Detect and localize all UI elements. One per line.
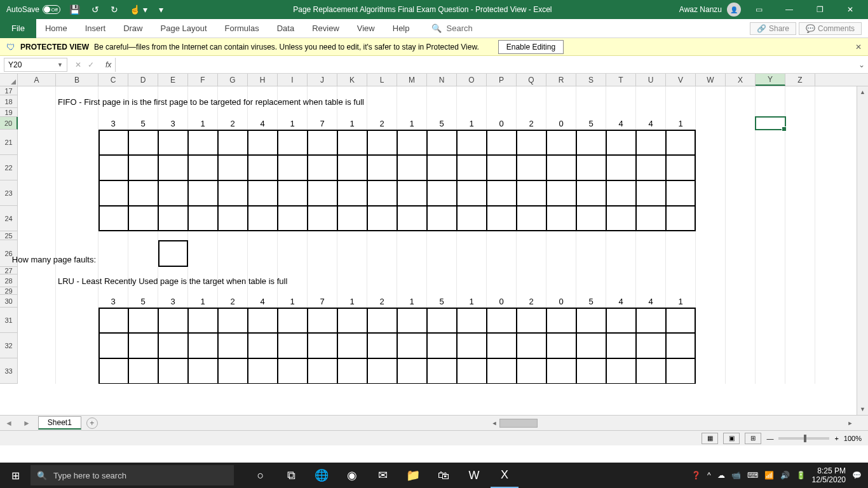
cell-Q22[interactable] xyxy=(517,155,546,180)
cell-H32[interactable] xyxy=(248,333,278,358)
cell-R21[interactable] xyxy=(546,130,576,155)
cell-Q30[interactable]: 2 xyxy=(517,295,546,308)
meet-now-icon[interactable]: 📹 xyxy=(731,471,741,480)
cell-Y32[interactable] xyxy=(756,333,785,358)
cell-X30[interactable] xyxy=(726,295,756,308)
hscroll-thumb[interactable] xyxy=(499,419,538,428)
cell-G31[interactable] xyxy=(218,308,248,333)
sheet-tab-active[interactable]: Sheet1 xyxy=(38,416,81,430)
cell-U23[interactable] xyxy=(636,180,666,206)
cell-O27[interactable] xyxy=(457,267,487,274)
cell-P19[interactable] xyxy=(487,108,517,117)
cell-E22[interactable] xyxy=(158,155,188,180)
cell-P27[interactable] xyxy=(487,267,517,274)
task-view-icon[interactable]: ⧉ xyxy=(277,463,305,488)
cell-M21[interactable] xyxy=(397,130,427,155)
scroll-right-icon[interactable]: ► xyxy=(845,420,855,426)
cell-W23[interactable] xyxy=(696,180,726,206)
cell-Q17[interactable] xyxy=(517,86,546,95)
cell-G32[interactable] xyxy=(218,333,248,358)
cell-M26[interactable] xyxy=(397,240,427,267)
cell-W24[interactable] xyxy=(696,206,726,231)
cell-Z24[interactable] xyxy=(785,206,815,231)
cell-A25[interactable] xyxy=(18,231,56,240)
cell-R31[interactable] xyxy=(546,308,576,333)
cell-L25[interactable] xyxy=(367,231,397,240)
cell-M33[interactable] xyxy=(397,358,427,384)
cell-S25[interactable] xyxy=(576,231,606,240)
cell-A19[interactable] xyxy=(18,108,56,117)
cell-T28[interactable] xyxy=(606,274,636,287)
cell-R26[interactable] xyxy=(546,240,576,267)
cancel-formula-icon[interactable]: ✕ xyxy=(72,60,84,69)
cell-W17[interactable] xyxy=(696,86,726,95)
col-header-X[interactable]: X xyxy=(726,74,756,86)
cell-S29[interactable] xyxy=(576,287,606,295)
cell-R25[interactable] xyxy=(546,231,576,240)
cell-X28[interactable] xyxy=(726,274,756,287)
cell-C30[interactable]: 3 xyxy=(98,295,128,308)
cell-H33[interactable] xyxy=(248,358,278,384)
cell-N25[interactable] xyxy=(427,231,457,240)
cell-L20[interactable]: 2 xyxy=(367,117,397,130)
cell-S26[interactable] xyxy=(576,240,606,267)
cell-Y26[interactable] xyxy=(756,240,785,267)
cell-Q25[interactable] xyxy=(517,231,546,240)
cell-H24[interactable] xyxy=(248,206,278,231)
cell-T31[interactable] xyxy=(606,308,636,333)
cell-N21[interactable] xyxy=(427,130,457,155)
cell-S31[interactable] xyxy=(576,308,606,333)
cell-N24[interactable] xyxy=(427,206,457,231)
cell-V22[interactable] xyxy=(666,155,696,180)
excel-icon[interactable]: X xyxy=(491,463,519,488)
cell-T18[interactable] xyxy=(606,95,636,108)
cell-J20[interactable]: 7 xyxy=(308,117,337,130)
cell-R28[interactable] xyxy=(546,274,576,287)
cell-A22[interactable] xyxy=(18,155,56,180)
tab-review[interactable]: Review xyxy=(303,19,348,38)
cell-C29[interactable] xyxy=(98,287,128,295)
cell-I20[interactable]: 1 xyxy=(278,117,308,130)
chrome-icon[interactable]: ◉ xyxy=(338,463,366,488)
col-header-W[interactable]: W xyxy=(696,74,726,86)
comments-button[interactable]: 💬 Comments xyxy=(799,22,862,35)
cell-Z17[interactable] xyxy=(785,86,815,95)
cell-A20[interactable] xyxy=(18,117,56,130)
cell-V18[interactable] xyxy=(666,95,696,108)
undo-icon[interactable]: ↺ xyxy=(89,4,102,15)
cell-I33[interactable] xyxy=(278,358,308,384)
cell-T21[interactable] xyxy=(606,130,636,155)
page-layout-view-icon[interactable]: ▣ xyxy=(723,433,740,444)
cell-P17[interactable] xyxy=(487,86,517,95)
cell-N28[interactable] xyxy=(427,274,457,287)
cell-M32[interactable] xyxy=(397,333,427,358)
col-header-N[interactable]: N xyxy=(427,74,457,86)
cell-E21[interactable] xyxy=(158,130,188,155)
cell-O28[interactable] xyxy=(457,274,487,287)
col-header-L[interactable]: L xyxy=(367,74,397,86)
cell-H20[interactable]: 4 xyxy=(248,117,278,130)
row-header-18[interactable]: 18 xyxy=(0,95,18,108)
col-header-S[interactable]: S xyxy=(576,74,606,86)
cell-E29[interactable] xyxy=(158,287,188,295)
cell-O22[interactable] xyxy=(457,155,487,180)
cell-U27[interactable] xyxy=(636,267,666,274)
cell-J22[interactable] xyxy=(308,155,337,180)
cell-T20[interactable]: 4 xyxy=(606,117,636,130)
col-header-P[interactable]: P xyxy=(487,74,517,86)
clock[interactable]: 8:25 PM 12/5/2020 xyxy=(812,466,846,485)
wifi-icon[interactable]: 📶 xyxy=(764,471,774,480)
row-header-27[interactable]: 27 xyxy=(0,267,18,274)
row-header-23[interactable]: 23 xyxy=(0,180,18,206)
cell-K21[interactable] xyxy=(337,130,367,155)
share-button[interactable]: 🔗 Share xyxy=(750,22,796,35)
cell-W29[interactable] xyxy=(696,287,726,295)
cell-X21[interactable] xyxy=(726,130,756,155)
cell-N29[interactable] xyxy=(427,287,457,295)
cell-X25[interactable] xyxy=(726,231,756,240)
cell-Z31[interactable] xyxy=(785,308,815,333)
cell-V31[interactable] xyxy=(666,308,696,333)
cell-A18[interactable] xyxy=(18,95,56,108)
cell-K29[interactable] xyxy=(337,287,367,295)
cell-B23[interactable] xyxy=(56,180,98,206)
